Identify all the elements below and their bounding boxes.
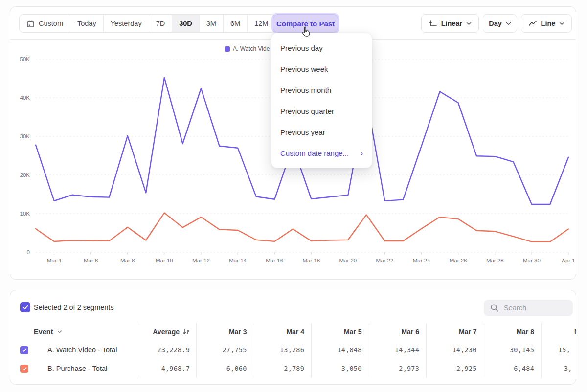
segments-table: Event Average Mar 3Mar 4Mar 5Mar 6Mar 7M… <box>10 323 576 378</box>
granularity-dropdown-button[interactable]: Day <box>483 14 517 33</box>
value-cell: 14,848 <box>311 341 369 359</box>
y-axis-tick-label: 10K <box>20 211 30 217</box>
compare-to-past-menu: Previous dayPrevious weekPrevious monthP… <box>271 33 372 168</box>
cursor-pointer-icon <box>300 25 313 39</box>
range-button-today[interactable]: Today <box>70 15 103 32</box>
chart-type-label: Line <box>541 20 556 27</box>
clipped-column-header: M <box>541 323 576 341</box>
chevron-down-icon <box>559 22 564 25</box>
calendar-icon <box>26 20 35 28</box>
x-axis-tick-label: Mar 28 <box>486 258 504 263</box>
value-cell: 30,145 <box>484 341 542 359</box>
chevron-right-icon: › <box>361 149 363 158</box>
segment-label: A. Watch Video - Total <box>47 346 117 354</box>
range-button-30d[interactable]: 30D <box>172 15 199 32</box>
linear-axis-icon <box>429 19 437 28</box>
value-cell: 27,755 <box>196 341 254 359</box>
range-button-12m[interactable]: 12M <box>247 15 275 32</box>
x-axis-tick-label: Mar 16 <box>266 258 283 263</box>
date-column-header: Mar 6 <box>369 323 427 341</box>
x-axis-tick-label: Mar 18 <box>302 258 320 263</box>
event-column-header[interactable]: Event <box>10 328 140 336</box>
x-axis-tick-label: Mar 26 <box>450 258 467 263</box>
x-axis-tick-label: Mar 4 <box>47 258 62 263</box>
x-axis-tick-label: Apr 1 <box>562 258 575 263</box>
range-button-6m[interactable]: 6M <box>223 15 247 32</box>
y-axis-tick-label: 50K <box>20 56 30 62</box>
selected-segments-text: Selected 2 of 2 segments <box>34 304 114 311</box>
date-column-header: Mar 8 <box>484 323 542 341</box>
sort-descending-icon <box>182 328 190 335</box>
check-icon <box>22 348 27 352</box>
date-column-header: Mar 3 <box>196 323 254 341</box>
x-axis-tick-label: Mar 20 <box>339 258 357 263</box>
menu-item-custom-date-range[interactable]: Custom date range... › <box>271 143 372 164</box>
segment-checkbox[interactable] <box>20 346 28 354</box>
event-cell: B. Purchase - Total <box>10 365 140 372</box>
x-axis-tick-label: Mar 22 <box>376 258 394 263</box>
legend-swatch-watch-video <box>225 46 230 52</box>
legend-label: A. Watch Vide <box>233 45 270 52</box>
average-cell: 23,228.9 <box>140 341 196 359</box>
event-cell: A. Watch Video - Total <box>10 346 140 354</box>
x-axis-tick-label: Mar 12 <box>192 258 210 263</box>
x-axis-tick-label: Mar 6 <box>84 258 98 263</box>
granularity-label: Day <box>489 20 502 27</box>
average-column-header[interactable]: Average <box>140 323 196 341</box>
check-icon <box>23 305 28 310</box>
value-cell: 13,286 <box>254 341 312 359</box>
series-line-b <box>36 213 568 241</box>
chevron-down-icon <box>506 22 511 25</box>
date-column-header: Mar 5 <box>311 323 369 341</box>
segment-label: B. Purchase - Total <box>47 365 107 372</box>
menu-item-previous-month[interactable]: Previous month <box>271 80 372 101</box>
scale-dropdown-button[interactable]: Linear <box>421 14 479 33</box>
date-column-header: Mar 7 <box>426 323 484 341</box>
segments-card: Selected 2 of 2 segments Event Average M… <box>10 290 576 385</box>
x-axis-tick-label: Mar 14 <box>229 258 247 263</box>
range-button-7d[interactable]: 7D <box>149 15 172 32</box>
segment-checkbox[interactable] <box>20 365 28 373</box>
x-axis-tick-label: Mar 10 <box>156 258 173 263</box>
value-cell: 2,925 <box>426 359 484 378</box>
y-axis-tick-label: 30K <box>20 133 30 139</box>
average-cell: 4,968.7 <box>140 359 196 378</box>
clipped-value-cell: 3, <box>541 359 576 378</box>
value-cell: 2,973 <box>369 359 427 378</box>
chart-type-dropdown-button[interactable]: Line <box>521 14 572 33</box>
chevron-down-icon <box>466 22 472 25</box>
scale-label: Linear <box>441 20 463 27</box>
table-row: B. Purchase - Total4,968.76,0602,7893,05… <box>10 359 576 378</box>
date-column-header: Mar 4 <box>254 323 312 341</box>
table-row: A. Watch Video - Total23,228.927,75513,2… <box>10 341 576 359</box>
menu-item-previous-week[interactable]: Previous week <box>271 59 372 80</box>
search-icon <box>490 304 499 312</box>
value-cell: 14,344 <box>369 341 427 359</box>
clipped-value-cell: 15, <box>541 341 576 359</box>
range-button-custom[interactable]: Custom <box>20 15 70 32</box>
range-button-3m[interactable]: 3M <box>199 15 223 32</box>
range-button-yesterday[interactable]: Yesterday <box>103 15 149 32</box>
select-all-checkbox[interactable] <box>20 302 30 312</box>
x-axis-tick-label: Mar 24 <box>413 258 430 263</box>
date-range-control: CustomTodayYesterday7D30D3M6M12M <box>19 14 275 33</box>
check-icon <box>22 367 27 371</box>
table-header-row: Event Average Mar 3Mar 4Mar 5Mar 6Mar 7M… <box>10 323 576 341</box>
value-cell: 6,484 <box>484 359 542 378</box>
x-axis-tick-label: Mar 8 <box>120 258 135 263</box>
menu-item-previous-quarter[interactable]: Previous quarter <box>271 101 372 122</box>
chart-legend[interactable]: A. Watch Vide <box>225 45 270 52</box>
value-cell: 3,050 <box>311 359 369 378</box>
menu-item-previous-year[interactable]: Previous year <box>271 122 372 143</box>
chevron-down-icon <box>57 330 62 333</box>
search-input[interactable] <box>504 304 567 312</box>
y-axis-tick-label: 20K <box>20 172 30 178</box>
value-cell: 2,789 <box>254 359 312 378</box>
y-axis-tick-label: 40K <box>20 95 30 101</box>
menu-item-previous-day[interactable]: Previous day <box>271 38 372 59</box>
value-cell: 6,060 <box>196 359 254 378</box>
segments-search <box>484 300 573 316</box>
y-axis-tick-label: 0 <box>27 249 30 255</box>
line-chart-icon <box>528 19 537 28</box>
chart-card: CustomTodayYesterday7D30D3M6M12M Compare… <box>10 6 576 280</box>
